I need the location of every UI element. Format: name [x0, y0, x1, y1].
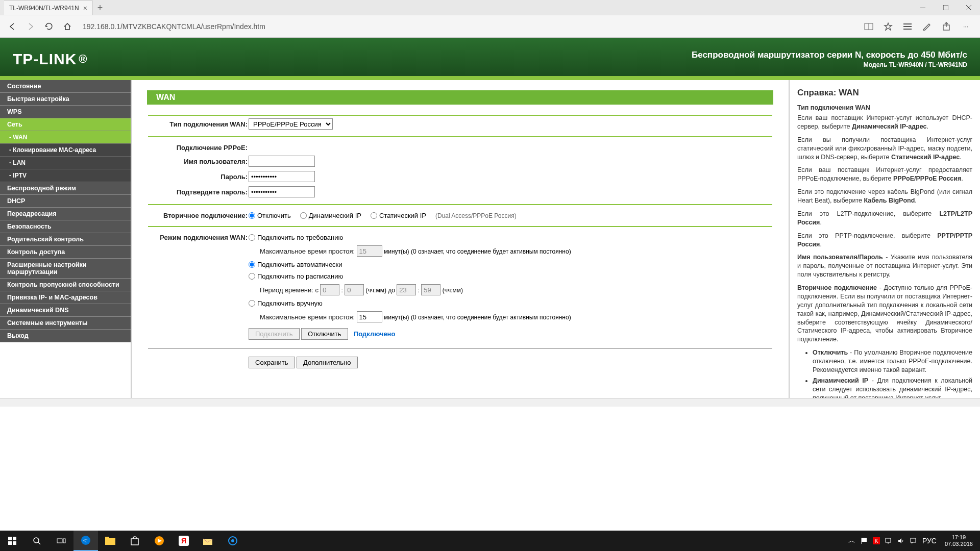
sidebar-item-14[interactable]: Расширенные настройки маршрутизации [0, 259, 131, 279]
period-to-m[interactable] [421, 284, 440, 295]
yandex-task-icon[interactable]: Я [172, 531, 196, 551]
minimize-button[interactable] [911, 0, 934, 15]
connection-status: Подключено [354, 330, 395, 338]
label-confirm: Подтвердите пароль: [148, 185, 248, 199]
label-pppoe: Подключение PPPoE: [148, 142, 248, 153]
period-from-h[interactable] [320, 284, 339, 295]
svg-rect-21 [131, 539, 138, 545]
hub-icon[interactable] [902, 21, 913, 32]
sidebar-item-19[interactable]: Выход [0, 330, 131, 342]
sidebar-item-5[interactable]: - Клонирование MAC-адреса [0, 144, 131, 157]
forward-button[interactable] [22, 18, 39, 35]
secondary-dynamic-radio[interactable] [300, 212, 307, 219]
reading-view-icon[interactable] [864, 21, 874, 32]
idle-time-1-input[interactable] [357, 245, 382, 257]
svg-rect-28 [862, 538, 867, 542]
window-titlebar: TL-WR940N/TL-WR941N × + [0, 0, 980, 15]
sidebar-item-0[interactable]: Состояние [0, 80, 131, 93]
tray-clock[interactable]: 17:19 07.03.2016 [941, 534, 977, 547]
sidebar-item-18[interactable]: Системные инструменты [0, 317, 131, 330]
close-window-button[interactable] [957, 0, 980, 15]
sidebar-item-12[interactable]: Родительский контроль [0, 233, 131, 246]
save-button[interactable]: Сохранить [249, 357, 295, 368]
share-icon[interactable] [941, 21, 951, 32]
header-description: Беспроводной маршрутизатор серии N, скор… [692, 50, 967, 60]
svg-rect-10 [8, 537, 12, 540]
home-button[interactable] [59, 18, 76, 35]
sidebar-item-4[interactable]: - WAN [0, 131, 131, 144]
wan-conn-type-select[interactable]: PPPoE/PPPoE Россия [249, 118, 333, 130]
sidebar-item-2[interactable]: WPS [0, 106, 131, 118]
sidebar-item-9[interactable]: DHCP [0, 195, 131, 208]
mode-auto-radio[interactable] [249, 261, 255, 268]
webnote-icon[interactable] [922, 21, 932, 32]
secondary-static-radio[interactable] [371, 212, 377, 219]
mode-ondemand-radio[interactable] [249, 234, 255, 241]
username-input[interactable] [249, 156, 315, 167]
idle-time-2-input[interactable] [357, 311, 382, 322]
secondary-disable-radio[interactable] [249, 212, 255, 219]
tray-volume-icon[interactable] [896, 531, 906, 551]
svg-rect-13 [13, 541, 16, 545]
favorite-icon[interactable] [883, 21, 893, 32]
taskview-button[interactable] [49, 531, 74, 551]
page-title: WAN [147, 90, 773, 105]
main-content: WAN Тип подключения WAN: PPPoE/PPPoE Рос… [132, 80, 789, 398]
tray-language[interactable]: РУС [920, 531, 939, 551]
disconnect-button[interactable]: Отключить [301, 328, 348, 340]
svg-rect-32 [886, 538, 891, 542]
start-button[interactable] [0, 531, 24, 551]
confirm-password-input[interactable] [249, 186, 315, 197]
horizontal-scrollbar[interactable] [0, 398, 980, 407]
mode-manual-radio[interactable] [249, 300, 255, 307]
label-secondary: Вторичное подключение: [148, 210, 248, 221]
svg-rect-1 [943, 5, 948, 10]
period-to-h[interactable] [397, 284, 416, 295]
sidebar-item-17[interactable]: Динамический DNS [0, 304, 131, 317]
new-tab-button[interactable]: + [93, 1, 107, 15]
sidebar-item-7[interactable]: - IPTV [0, 169, 131, 182]
sidebar-item-1[interactable]: Быстрая настройка [0, 93, 131, 106]
address-bar: 192.168.0.1/MTVZKBCAKQNTCMLA/userRpm/Ind… [0, 15, 980, 38]
advanced-button[interactable]: Дополнительно [297, 357, 358, 368]
back-button[interactable] [4, 18, 20, 35]
sidebar-item-8[interactable]: Беспроводной режим [0, 182, 131, 195]
sidebar-item-15[interactable]: Контроль пропускной способности [0, 279, 131, 291]
password-input[interactable] [249, 171, 315, 182]
sidebar-item-3[interactable]: Сеть [0, 118, 131, 131]
svg-rect-34 [911, 538, 916, 542]
sidebar-item-11[interactable]: Безопасность [0, 220, 131, 233]
explorer-task-icon[interactable] [98, 531, 122, 551]
tray-flag-icon[interactable] [859, 531, 869, 551]
search-button[interactable] [24, 531, 49, 551]
sidebar-item-16[interactable]: Привязка IP- и MAC-адресов [0, 291, 131, 304]
more-icon[interactable]: ··· [961, 21, 971, 32]
edge-task-icon[interactable] [74, 531, 98, 551]
tray-notifications-icon[interactable] [908, 531, 918, 551]
tray-chevron-icon[interactable]: ︿ [847, 531, 857, 551]
close-tab-icon[interactable]: × [83, 4, 87, 12]
sidebar-item-13[interactable]: Контроль доступа [0, 246, 131, 259]
refresh-button[interactable] [41, 18, 57, 35]
mode-scheduled-radio[interactable] [249, 273, 255, 280]
url-field[interactable]: 192.168.0.1/MTVZKBCAKQNTCMLA/userRpm/Ind… [78, 22, 862, 31]
mail-task-icon[interactable] [196, 531, 220, 551]
store-task-icon[interactable] [122, 531, 147, 551]
period-from-m[interactable] [345, 284, 364, 295]
tray-network-icon[interactable] [884, 531, 894, 551]
media-task-icon[interactable] [147, 531, 172, 551]
svg-line-15 [38, 542, 40, 544]
label-password: Пароль: [148, 169, 248, 184]
maximize-button[interactable] [934, 0, 957, 15]
svg-point-14 [34, 538, 39, 543]
sidebar-item-10[interactable]: Переадресация [0, 208, 131, 220]
settings-task-icon[interactable] [220, 531, 245, 551]
svg-text:K: K [875, 538, 878, 544]
sidebar-item-6[interactable]: - LAN [0, 157, 131, 169]
label-username: Имя пользователя: [148, 154, 248, 168]
svg-rect-20 [105, 537, 109, 539]
svg-point-27 [231, 539, 234, 542]
connect-button[interactable]: Подключить [249, 328, 300, 340]
tray-kaspersky-icon[interactable]: K [871, 531, 881, 551]
browser-tab[interactable]: TL-WR940N/TL-WR941N × [4, 1, 93, 15]
